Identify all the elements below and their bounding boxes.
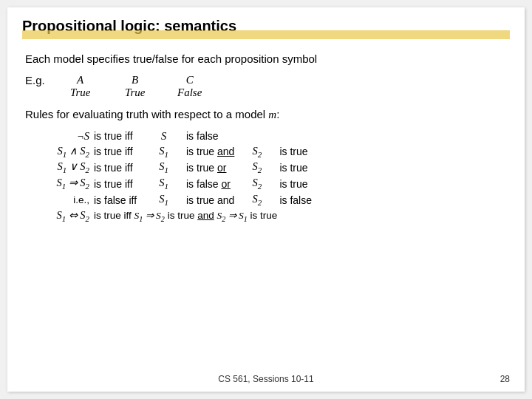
rule-s2-ie: S2 — [236, 192, 277, 208]
rule-iff-full: is true iff S1 ⇒ S2 is true and S2 ⇒ S1 … — [92, 208, 507, 225]
eg-var-c: C — [171, 74, 208, 86]
eg-vars-row: A B C — [62, 74, 208, 86]
rule-s1-and: S1 — [143, 143, 184, 160]
rule-rest-and: is true — [277, 143, 329, 160]
eg-table: A B C True True False — [62, 74, 208, 99]
rule-s1-implies: S1 — [143, 176, 184, 192]
slide: Propositional logic: semantics Each mode… — [7, 7, 525, 392]
rule-formula-implies: S1 ⇒ S2 — [25, 176, 92, 192]
rule-isTrue-or: is true iff — [92, 160, 143, 176]
rule-row-iff: S1 ⇔ S2 is true iff S1 ⇒ S2 is true and … — [25, 208, 507, 225]
rule-formula-iff: S1 ⇔ S2 — [25, 208, 92, 225]
rule-cond-implies: is false or — [184, 176, 236, 192]
rule-isTrue-ie: is false iff — [92, 192, 143, 208]
eg-var-b: B — [117, 74, 154, 86]
eg-val-c: False — [171, 86, 208, 99]
rules-m-var: m — [268, 109, 276, 120]
rule-row-or: S1 ∨ S2 is true iff S1 is true or S2 is … — [25, 160, 507, 176]
eg-var-a: A — [62, 74, 99, 86]
rule-s1-not: S — [143, 129, 184, 143]
rule-cond-ie: is true and — [184, 192, 236, 208]
rule-row-and: S1 ∧ S2 is true iff S1 is true and S2 is… — [25, 143, 507, 160]
eg-val-b: True — [117, 86, 154, 99]
rule-s2-implies: S2 — [236, 176, 277, 192]
title-underline-decoration — [22, 30, 510, 39]
rule-isTrue-not: is true iff — [92, 129, 143, 143]
footer-text: CS 561, Sessions 10-11 — [218, 374, 313, 384]
title-bar: Propositional logic: semantics — [7, 7, 525, 39]
rule-isTrue-implies: is true iff — [92, 176, 143, 192]
rule-rest-or: is true — [277, 160, 329, 176]
intro-text: Each model specifies true/false for each… — [25, 52, 507, 65]
rule-s2-and: S2 — [236, 143, 277, 160]
rule-formula-or: S1 ∨ S2 — [25, 160, 92, 176]
rule-cond-and: is true and — [184, 143, 236, 160]
eg-val-a: True — [62, 86, 99, 99]
rule-cond-or: is true or — [184, 160, 236, 176]
example-block: E.g. A B C True True False — [25, 74, 507, 99]
rule-rest-ie: is false — [277, 192, 329, 208]
rule-row-not: ¬S is true iff S is false — [25, 129, 507, 143]
slide-footer: CS 561, Sessions 10-11 — [7, 374, 525, 384]
rule-s2-or: S2 — [236, 160, 277, 176]
rule-formula-and: S1 ∧ S2 — [25, 143, 92, 160]
rule-isTrue-and: is true iff — [92, 143, 143, 160]
rules-intro: Rules for evaluating truth with respect … — [25, 108, 507, 121]
slide-content: Each model specifies true/false for each… — [7, 39, 525, 231]
rule-cond-not: is false — [184, 129, 236, 143]
rule-s1-ie: S1 — [143, 192, 184, 208]
slide-page-number: 28 — [500, 374, 510, 384]
rule-s1-or: S1 — [143, 160, 184, 176]
rule-rest-implies: is true — [277, 176, 329, 192]
eg-label: E.g. — [25, 74, 45, 86]
rule-row-ie: i.e., is false iff S1 is true and S2 is … — [25, 192, 507, 208]
rules-table: ¬S is true iff S is false S1 ∧ S2 is tru… — [25, 129, 507, 224]
eg-vals-row: True True False — [62, 86, 208, 99]
rule-formula-ie: i.e., — [25, 192, 92, 208]
rule-formula-not: ¬S — [25, 129, 92, 143]
rule-row-implies: S1 ⇒ S2 is true iff S1 is false or S2 is… — [25, 176, 507, 192]
